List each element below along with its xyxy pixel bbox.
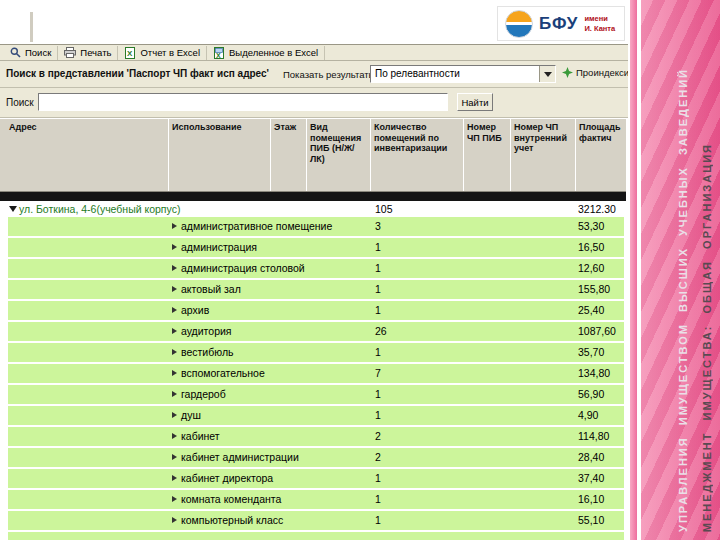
row-area: 56,90 [578, 385, 604, 404]
toolbar-print-button[interactable]: Печать [58, 46, 118, 60]
table-row[interactable]: душ 1 4,90 [8, 406, 624, 425]
column-header-room-count[interactable]: Количество помещений по инвентаризации [370, 119, 461, 191]
table-row[interactable]: вспомогательное 7 134,80 [8, 364, 624, 383]
row-area: 28,40 [578, 448, 604, 467]
column-header-pib-number[interactable]: Номер ЧП ПИБ [463, 119, 508, 191]
column-header-address[interactable]: Адрес [6, 119, 166, 191]
row-usage[interactable]: аудитория [181, 322, 232, 341]
excel-report-icon: X [124, 47, 136, 59]
row-count: 1 [375, 280, 381, 299]
column-header-area[interactable]: Площадь фактич [575, 119, 625, 191]
table-row[interactable]: гардероб 1 56,90 [8, 385, 624, 404]
window-edge-decoration [30, 12, 33, 42]
row-count: 1 [375, 469, 381, 488]
search-icon [9, 47, 21, 59]
row-count: 2 [375, 427, 381, 446]
table-row[interactable]: компьютерный класс 1 55,10 [8, 511, 624, 530]
row-usage[interactable]: душ [181, 406, 201, 425]
indexed-label: Проиндексиров [576, 67, 628, 78]
row-count: 2 [375, 448, 381, 467]
group-row[interactable]: ул. Боткина, 4-6(учебный корпус) 105 321… [8, 201, 624, 217]
table-row[interactable]: административное помещение 3 53,30 [8, 217, 624, 236]
row-count: 1 [375, 490, 381, 509]
chevron-down-icon[interactable] [539, 66, 555, 82]
bfu-globe-icon [505, 10, 533, 38]
row-count: 1 [375, 385, 381, 404]
sort-dropdown-value: По релевантности [375, 68, 460, 79]
toolbar-search-button[interactable]: Поиск [3, 46, 58, 60]
table-body: административное помещение 3 53,30 админ… [8, 217, 624, 532]
table-row[interactable]: актовый зал 1 155,80 [8, 280, 624, 299]
row-bullet-icon [172, 517, 177, 523]
row-bullet-icon [172, 475, 177, 481]
toolbar-excel-report-button[interactable]: X Отчет в Excel [118, 46, 207, 60]
row-usage[interactable]: комната коменданта [181, 490, 281, 509]
toolbar-excel-selection-button[interactable]: X Выделенное в Excel [207, 46, 325, 60]
column-header-floor[interactable]: Этаж [270, 119, 304, 191]
row-usage[interactable]: кабинет [181, 427, 220, 446]
logo-subtitle-line2: И. Канта [584, 24, 615, 33]
indexed-star-icon [562, 67, 573, 78]
row-bullet-icon [172, 265, 177, 271]
group-count: 105 [375, 201, 393, 217]
row-bullet-icon [172, 454, 177, 460]
row-count: 3 [375, 217, 381, 236]
table-row[interactable]: комната коменданта 1 16,10 [8, 490, 624, 509]
row-usage[interactable]: гардероб [181, 385, 226, 404]
row-count: 1 [375, 301, 381, 320]
table-row[interactable]: администрация столовой 1 12,60 [8, 259, 624, 278]
svg-text:X: X [127, 49, 133, 58]
svg-text:X: X [216, 51, 221, 58]
row-area: 53,30 [578, 217, 604, 236]
row-usage[interactable]: администрация [181, 238, 257, 257]
find-button[interactable]: Найти [457, 93, 493, 111]
row-bullet-icon [172, 496, 177, 502]
row-usage[interactable]: администрация столовой [181, 259, 305, 278]
row-count: 1 [375, 511, 381, 530]
row-usage[interactable]: вестибюль [181, 343, 233, 362]
search-row: Поиск Найти [0, 88, 628, 118]
row-usage[interactable]: актовый зал [181, 280, 241, 299]
sidebar-title-primary: МЕНЕДЖМЕНТ ИМУЩЕСТВА: ОБЩАЯ ОРГАНИЗАЦИЯ [701, 143, 713, 532]
table-row[interactable]: вестибюль 1 35,70 [8, 343, 624, 362]
row-bullet-icon [172, 349, 177, 355]
row-bullet-icon [172, 223, 177, 229]
row-bullet-icon [172, 244, 177, 250]
logo-subtitle: имени И. Канта [584, 14, 615, 33]
table-row[interactable]: администрация 1 16,50 [8, 238, 624, 257]
row-usage[interactable]: компьютерный класс [181, 511, 283, 530]
collapse-icon[interactable] [9, 206, 17, 212]
bfu-logo: БФУ имени И. Канта [497, 6, 625, 41]
sidebar-accent-stripe [630, 0, 637, 540]
row-usage[interactable]: кабинет администрации [181, 448, 299, 467]
search-field-label: Поиск [6, 97, 34, 108]
row-usage[interactable]: вспомогательное [181, 364, 265, 383]
slide: БФУ имени И. Канта Поиск Печать [0, 0, 720, 540]
table-row[interactable]: кабинет 2 114,80 [8, 427, 624, 446]
column-header-usage[interactable]: Использование [168, 119, 268, 191]
row-usage[interactable]: архив [181, 301, 209, 320]
column-header-internal-number[interactable]: Номер ЧП внутренний учет [510, 119, 573, 191]
logo-subtitle-line1: имени [584, 14, 615, 23]
toolbar-button-label: Отчет в Excel [140, 47, 200, 58]
row-area: 134,80 [578, 364, 610, 383]
sort-dropdown[interactable]: По релевантности [370, 65, 556, 83]
triangle-glyph [544, 72, 552, 77]
row-area: 12,60 [578, 259, 604, 278]
column-header-room-type[interactable]: Вид помещения ПИБ (Н/Ж/ЛК) [306, 119, 368, 191]
row-count: 26 [375, 322, 387, 341]
table-header: Адрес Использование Этаж Вид помещения П… [0, 118, 626, 192]
table-row[interactable]: кабинет директора 1 37,40 [8, 469, 624, 488]
table-divider [0, 192, 626, 201]
row-count: 1 [375, 259, 381, 278]
table-row[interactable]: кабинет администрации 2 28,40 [8, 448, 624, 467]
table-row[interactable]: аудитория 26 1087,60 [8, 322, 624, 341]
search-input[interactable] [38, 93, 448, 111]
row-usage[interactable]: кабинет директора [181, 469, 273, 488]
group-address[interactable]: ул. Боткина, 4-6(учебный корпус) [19, 201, 180, 217]
row-bullet-icon [172, 412, 177, 418]
row-usage[interactable]: административное помещение [181, 217, 332, 236]
row-bullet-icon [172, 370, 177, 376]
table-row-partial[interactable] [8, 532, 624, 540]
table-row[interactable]: архив 1 25,40 [8, 301, 624, 320]
